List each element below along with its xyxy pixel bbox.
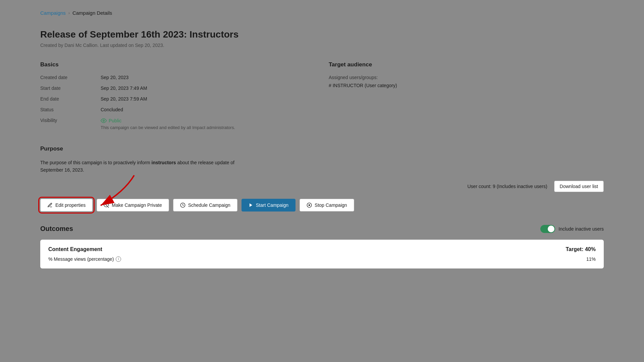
field-status: Status Concluded	[40, 107, 315, 112]
metric-name: % Message views (percentage) i	[48, 256, 121, 262]
make-campaign-private-button[interactable]: Make Campaign Private	[97, 199, 169, 212]
info-icon[interactable]: i	[116, 256, 121, 262]
content-engagement-title: Content Engagement	[48, 246, 102, 252]
svg-marker-3	[250, 203, 252, 207]
breadcrumb-separator: ›	[68, 11, 70, 15]
toggle-label: Include inactive users	[558, 226, 604, 232]
metric-value: 11%	[586, 256, 596, 262]
edit-properties-button[interactable]: Edit properties	[40, 199, 93, 212]
target-label: Target: 40%	[566, 246, 596, 252]
target-audience-title: Target audience	[329, 61, 604, 68]
page-title: Release of September 16th 2023: Instruct…	[40, 29, 604, 40]
svg-rect-5	[309, 204, 310, 206]
field-label-status: Status	[40, 107, 101, 112]
field-visibility: Visibility Public This campaign can be v…	[40, 118, 315, 130]
download-user-list-button[interactable]: Download user list	[554, 181, 604, 192]
metric-row: % Message views (percentage) i 11%	[48, 256, 596, 262]
private-icon	[104, 202, 109, 208]
outcomes-header: Outcomes Include inactive users	[40, 225, 604, 233]
field-value-created-date: Sep 20, 2023	[101, 75, 315, 80]
schedule-icon	[180, 202, 185, 208]
schedule-campaign-button[interactable]: Schedule Campaign	[173, 199, 237, 212]
edit-icon	[47, 202, 53, 208]
action-buttons-row: Edit properties Make Campaign Private Sc…	[40, 199, 604, 212]
field-end-date: End date Sep 20, 2023 7:59 AM	[40, 96, 315, 102]
user-count-row: User count: 9 (Includes inactive users) …	[40, 181, 604, 192]
field-value-start-date: Sep 20, 2023 7:49 AM	[101, 85, 315, 91]
basics-title: Basics	[40, 61, 315, 68]
stop-icon	[307, 202, 312, 208]
field-label-visibility: Visibility	[40, 118, 101, 123]
field-label-end-date: End date	[40, 96, 101, 102]
field-start-date: Start date Sep 20, 2023 7:49 AM	[40, 85, 315, 91]
user-count-text: User count: 9 (Includes inactive users)	[468, 184, 547, 189]
outcomes-title: Outcomes	[40, 225, 73, 233]
svg-point-0	[103, 120, 105, 122]
content-engagement-header: Content Engagement Target: 40%	[48, 246, 596, 252]
purpose-title: Purpose	[40, 145, 604, 152]
eye-icon	[101, 118, 107, 124]
metric-name-text: % Message views (percentage)	[48, 256, 114, 262]
field-label-created-date: Created date	[40, 75, 101, 80]
purpose-section: Purpose The purpose of this campaign is …	[40, 145, 604, 174]
instructor-tag: # INSTRUCTOR (User category)	[329, 83, 604, 88]
visibility-value: Public	[101, 118, 315, 124]
stop-campaign-button[interactable]: Stop Campaign	[300, 199, 354, 212]
field-label-start-date: Start date	[40, 85, 101, 91]
basics-section: Basics Created date Sep 20, 2023 Start d…	[40, 61, 315, 135]
breadcrumb-campaigns-link[interactable]: Campaigns	[40, 10, 66, 16]
assigned-label: Assigned users/groups:	[329, 75, 604, 80]
include-inactive-toggle[interactable]	[540, 225, 555, 233]
target-audience-section: Target audience Assigned users/groups: #…	[329, 61, 604, 135]
toggle-row: Include inactive users	[540, 225, 604, 233]
breadcrumb: Campaigns › Campaign Details	[40, 10, 604, 16]
content-engagement-box: Content Engagement Target: 40% % Message…	[40, 240, 604, 268]
field-value-status: Concluded	[101, 107, 315, 112]
field-value-end-date: Sep 20, 2023 7:59 AM	[101, 96, 315, 102]
field-created-date: Created date Sep 20, 2023	[40, 75, 315, 80]
page-subtitle: Created by Dani Mc Callion. Last updated…	[40, 43, 604, 48]
breadcrumb-current: Campaign Details	[72, 10, 112, 16]
purpose-text: The purpose of this campaign is to proac…	[40, 159, 241, 174]
play-icon	[249, 203, 253, 207]
visibility-text: Public	[109, 118, 121, 123]
start-campaign-button[interactable]: Start Campaign	[241, 199, 296, 212]
visibility-note: This campaign can be viewed and edited b…	[101, 125, 315, 130]
